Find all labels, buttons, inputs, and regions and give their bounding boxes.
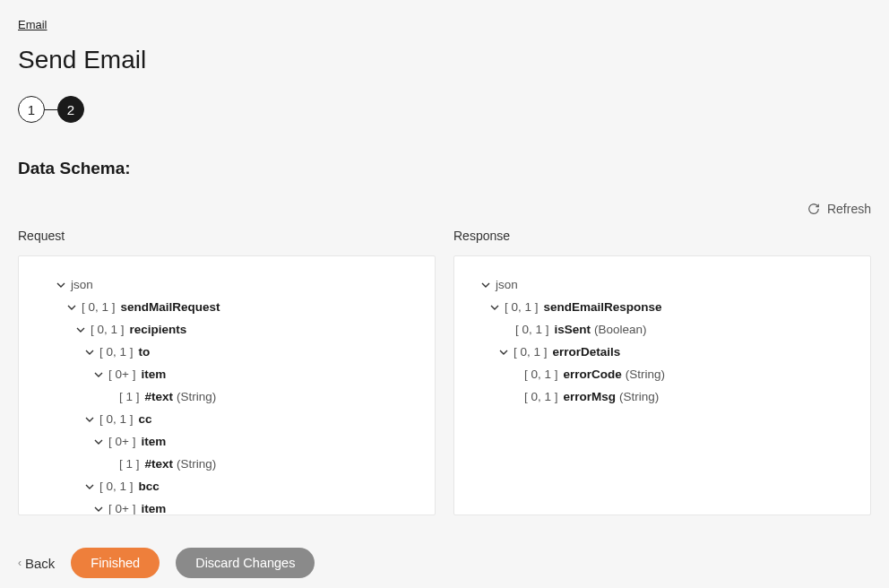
cardinality: [ 0, 1 ] bbox=[505, 297, 539, 319]
step-2[interactable]: 2 bbox=[57, 96, 84, 123]
cardinality: [ 0, 1 ] bbox=[99, 409, 134, 431]
chevron-down-icon[interactable] bbox=[497, 348, 510, 357]
finished-button[interactable]: Finished bbox=[71, 548, 160, 578]
cardinality: [ 0, 1 ] bbox=[82, 297, 116, 319]
discard-changes-button[interactable]: Discard Changes bbox=[176, 548, 315, 578]
page-title: Send Email bbox=[18, 46, 871, 74]
tree-node-name: sendEmailResponse bbox=[544, 297, 662, 319]
stepper: 1 2 bbox=[18, 96, 871, 123]
tree-node-name: item bbox=[141, 431, 166, 454]
cardinality: [ 0, 1 ] bbox=[524, 386, 558, 409]
refresh-icon bbox=[807, 203, 820, 215]
chevron-down-icon[interactable] bbox=[55, 281, 67, 290]
response-column-label: Response bbox=[453, 229, 871, 243]
cardinality: [ 0+ ] bbox=[108, 431, 135, 454]
tree-node-name: to bbox=[139, 342, 151, 364]
tree-node-name: recipients bbox=[130, 319, 187, 342]
chevron-down-icon[interactable] bbox=[83, 348, 96, 357]
step-1[interactable]: 1 bbox=[18, 96, 45, 123]
back-label: Back bbox=[25, 556, 55, 571]
refresh-button[interactable]: Refresh bbox=[807, 202, 871, 216]
tree-node-root: json bbox=[496, 274, 518, 297]
tree-node-name: isSent bbox=[555, 319, 591, 342]
chevron-down-icon[interactable] bbox=[488, 303, 501, 312]
chevron-down-icon[interactable] bbox=[92, 505, 105, 514]
cardinality: [ 1 ] bbox=[119, 386, 140, 409]
step-connector bbox=[45, 109, 57, 110]
cardinality: [ 1 ] bbox=[119, 454, 140, 476]
tree-node-name: errorMsg bbox=[564, 386, 617, 409]
cardinality: [ 0, 1 ] bbox=[514, 342, 548, 364]
tree-node-name: errorCode bbox=[564, 364, 622, 386]
chevron-down-icon[interactable] bbox=[92, 437, 105, 446]
response-panel: json [ 0, 1 ] sendEmailResponse [ 0, 1 ]… bbox=[453, 255, 871, 515]
chevron-down-icon[interactable] bbox=[479, 281, 492, 290]
cardinality: [ 0+ ] bbox=[108, 364, 135, 386]
chevron-down-icon[interactable] bbox=[83, 482, 96, 491]
tree-node-type: (String) bbox=[177, 454, 216, 476]
cardinality: [ 0+ ] bbox=[108, 498, 135, 515]
tree-node-type: (String) bbox=[626, 364, 665, 386]
tree-node-name: cc bbox=[139, 409, 152, 431]
tree-node-name: bcc bbox=[139, 476, 160, 498]
breadcrumb: Email bbox=[18, 18, 871, 31]
chevron-down-icon[interactable] bbox=[74, 325, 87, 334]
back-button[interactable]: ‹ Back bbox=[18, 556, 55, 571]
tree-node-name: #text bbox=[145, 386, 174, 409]
tree-node-type: (String) bbox=[619, 386, 659, 409]
cardinality: [ 0, 1 ] bbox=[524, 364, 558, 386]
tree-node-type: (String) bbox=[177, 386, 216, 409]
tree-node-name: item bbox=[141, 364, 166, 386]
request-column-label: Request bbox=[18, 229, 436, 243]
tree-node-name: errorDetails bbox=[553, 342, 621, 364]
chevron-down-icon[interactable] bbox=[65, 303, 78, 312]
tree-node-type: (Boolean) bbox=[594, 319, 647, 342]
chevron-down-icon[interactable] bbox=[83, 415, 96, 424]
section-title-data-schema: Data Schema: bbox=[18, 159, 871, 178]
cardinality: [ 0, 1 ] bbox=[99, 476, 134, 498]
chevron-left-icon: ‹ bbox=[18, 557, 22, 569]
request-panel: json [ 0, 1 ] sendMailRequest [ 0, 1 ] r… bbox=[18, 255, 436, 515]
chevron-down-icon[interactable] bbox=[92, 370, 105, 379]
cardinality: [ 0, 1 ] bbox=[91, 319, 125, 342]
breadcrumb-email-link[interactable]: Email bbox=[18, 18, 47, 31]
tree-node-name: item bbox=[141, 498, 166, 515]
cardinality: [ 0, 1 ] bbox=[515, 319, 549, 342]
tree-node-name: #text bbox=[145, 454, 174, 476]
tree-node-name: sendMailRequest bbox=[121, 297, 220, 319]
cardinality: [ 0, 1 ] bbox=[99, 342, 134, 364]
refresh-label: Refresh bbox=[827, 202, 871, 216]
tree-node-root: json bbox=[71, 274, 93, 297]
